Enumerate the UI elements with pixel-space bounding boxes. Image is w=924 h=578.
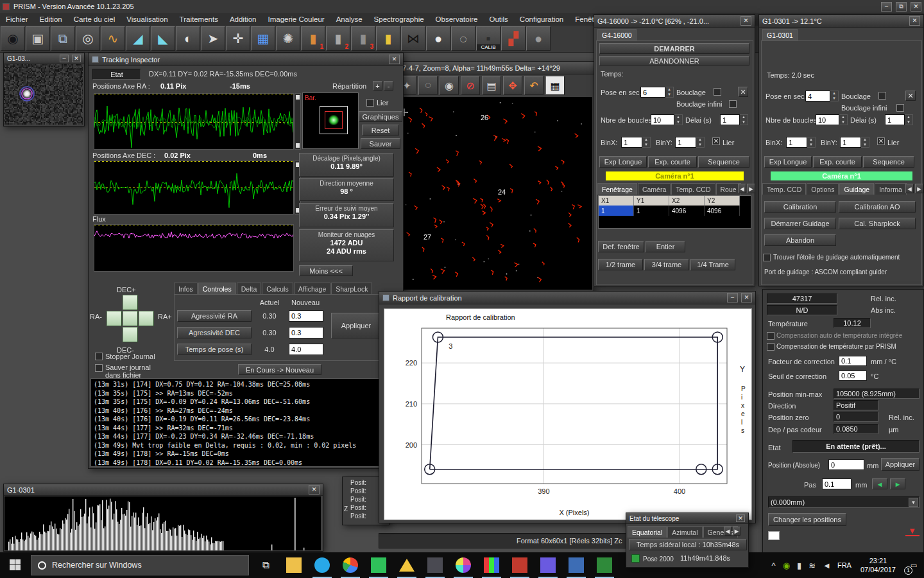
facteur-correction-input[interactable]: 0.1	[839, 356, 867, 366]
thumb-titlebar[interactable]: G1-03... – ✕	[4, 53, 84, 64]
spin-down-icon[interactable]: ▼	[696, 143, 704, 148]
pad-center-button[interactable]	[123, 311, 138, 326]
g4-cell-2[interactable]: 4096	[669, 206, 705, 216]
notification-icon[interactable]: ▭ 1	[903, 552, 924, 578]
g1-stop-button[interactable]: ✕	[905, 91, 916, 101]
g1-tab[interactable]: G1-0301	[762, 29, 798, 40]
reticle-icon[interactable]: ◌	[418, 76, 438, 95]
battery-icon[interactable]: ▮	[797, 561, 801, 570]
g4-exp-courte-button[interactable]: Exp. courte	[648, 156, 697, 168]
calibration-icon[interactable]: ▪CALIB	[476, 26, 501, 51]
maximize-button[interactable]: ⧉	[896, 2, 907, 12]
g1-pose-spinner-arrows[interactable]: ▲▼	[830, 91, 839, 101]
hist-close-button[interactable]: ✕	[309, 485, 320, 495]
spin-down-icon[interactable]: ▼	[861, 143, 869, 148]
g1-tab-informa[interactable]: Informa	[875, 183, 907, 195]
abandonner-button[interactable]: ABANDONNER	[599, 56, 749, 66]
green-app-icon[interactable]	[590, 552, 619, 578]
g4-stop-button[interactable]: ✕	[738, 87, 748, 97]
telescope-tabs-right-button[interactable]: ►	[733, 527, 740, 536]
reset-button[interactable]: Reset	[362, 125, 399, 136]
camera3-icon[interactable]: ▮3	[351, 26, 375, 51]
spin-down-icon[interactable]: ▼	[830, 96, 838, 101]
sauver-journal-checkbox[interactable]	[95, 364, 103, 372]
tracking-tab-delta[interactable]: Delta	[237, 283, 262, 294]
demarrer-guidage-button[interactable]: Démarrer Guidage	[764, 218, 836, 229]
repartition-plus-button[interactable]: +	[373, 81, 382, 91]
taskbar-search[interactable]: Rechercher sur Windows	[31, 555, 249, 575]
g4-binx-spinner[interactable]: 1▲▼	[621, 137, 651, 148]
menu-outils[interactable]: Outils	[483, 13, 513, 25]
seuil-correction-input[interactable]: 0.05	[839, 371, 867, 381]
changer-positions-button[interactable]: Changer les positions	[768, 513, 846, 526]
menu-edition[interactable]: Edition	[34, 13, 68, 25]
g1-sequence-button[interactable]: Sequence	[863, 156, 914, 168]
contrast-icon[interactable]: ◐	[176, 26, 200, 51]
lens-icon[interactable]: ◉	[440, 76, 459, 95]
g4-bouclage-infini-checkbox[interactable]	[729, 100, 737, 108]
crosshair-icon[interactable]: ✛	[226, 26, 250, 51]
pad-ra-minus-button[interactable]	[107, 311, 122, 326]
red-app-icon[interactable]	[506, 552, 534, 578]
g4-pose-spinner[interactable]: 6▲▼	[640, 87, 674, 98]
screen-icon[interactable]: ▦	[251, 26, 275, 51]
param-agressivit-ra[interactable]: Agressivité RA	[177, 310, 252, 322]
lier-checkbox[interactable]	[366, 99, 374, 107]
volume-icon[interactable]: ◄	[823, 561, 831, 570]
g4-titlebar[interactable]: G4-16000 -> -21.0°C [62% , -21.0... ✕	[594, 15, 755, 28]
g1-titlebar[interactable]: G1-0301 -> 12.1°C ✕	[759, 15, 923, 28]
tracking-close-button[interactable]: ✕	[389, 55, 400, 64]
cal-sharplock-button[interactable]: Cal. Sharplock	[839, 218, 916, 229]
g4-tab[interactable]: G4-16000	[597, 29, 637, 40]
observatory-icon[interactable]: ●	[426, 26, 450, 51]
displays-icon[interactable]: ⧉	[51, 26, 75, 51]
menu-addition[interactable]: Addition	[224, 13, 262, 25]
goto-position-icon[interactable]: ▼	[905, 526, 920, 540]
guide-star-thumbnail[interactable]	[4, 64, 83, 125]
network-icon[interactable]: ≋	[809, 561, 816, 570]
tracking-titlebar[interactable]: Tracking Inspector ✕	[89, 53, 403, 66]
entier-button[interactable]: Entier	[646, 241, 685, 252]
g4-tab-roue[interactable]: Roue	[716, 183, 741, 195]
chrome-icon[interactable]	[336, 552, 364, 578]
menu-visualisation[interactable]: Visualisation	[121, 13, 173, 25]
drive-icon[interactable]	[393, 552, 421, 578]
def-fenetre-button[interactable]: Def. fenêtre	[598, 241, 644, 252]
g1-biny-spinner-arrows[interactable]: ▲▼	[861, 137, 869, 148]
media-app-icon[interactable]	[534, 552, 562, 578]
g4-cell-0[interactable]: 1	[599, 206, 634, 216]
start-button[interactable]	[0, 552, 31, 578]
app-titlebar[interactable]: PRISM - Version Avancée 10.1.23.205 – ⧉ …	[0, 0, 924, 13]
tracking-tab-infos[interactable]: Infos	[174, 283, 198, 294]
guide-circle-icon[interactable]: ◌	[451, 26, 475, 51]
menu-analyse[interactable]: Analyse	[330, 13, 368, 25]
mount-icon[interactable]: ▞	[501, 26, 526, 51]
gauge-icon[interactable]: ◎	[76, 26, 100, 51]
g1-binx-spinner-arrows[interactable]: ▲▼	[807, 137, 816, 148]
spin-down-icon[interactable]: ▼	[642, 143, 650, 148]
moins-button[interactable]: Moins <<<	[299, 265, 353, 276]
spin-down-icon[interactable]: ▼	[839, 120, 847, 125]
g4-cell-1[interactable]: 1	[634, 206, 669, 216]
stopper-journal-checkbox[interactable]	[95, 353, 103, 360]
param-temps-de-pose-s-input[interactable]: 4.0	[289, 344, 323, 355]
g1-exp-longue-button[interactable]: Exp Longue	[764, 156, 812, 168]
g1-lier-checkbox[interactable]: ✕	[877, 137, 885, 145]
move-axes-icon[interactable]: ✥	[503, 76, 522, 95]
spin-up-icon[interactable]: ▲	[807, 137, 815, 143]
g4-pose-spinner-arrows[interactable]: ▲▼	[665, 87, 674, 98]
telescope-close-button[interactable]: ✕	[736, 514, 745, 522]
spin-up-icon[interactable]: ▲	[740, 115, 748, 120]
g1-nbre-spinner[interactable]: 10▲▼	[816, 114, 848, 125]
g1-biny-spinner[interactable]: 1▲▼	[840, 137, 869, 148]
menu-spectrographie[interactable]: Spectrographie	[368, 13, 430, 25]
compensation-auto-checkbox[interactable]	[767, 332, 774, 340]
g1-tabs-right-button[interactable]: ►	[915, 184, 923, 193]
close-button[interactable]: ✕	[911, 2, 921, 12]
spin-up-icon[interactable]: ▲	[674, 115, 682, 120]
g1-tab-temp-ccd[interactable]: Temp. CCD	[762, 183, 806, 195]
telescope-tab-azimutal[interactable]: Azimutal	[667, 526, 702, 538]
g4-delai-spinner-arrows[interactable]: ▲▼	[740, 114, 748, 125]
g1-nbre-spinner-arrows[interactable]: ▲▼	[839, 114, 848, 125]
dome-icon[interactable]: ●	[526, 26, 551, 51]
